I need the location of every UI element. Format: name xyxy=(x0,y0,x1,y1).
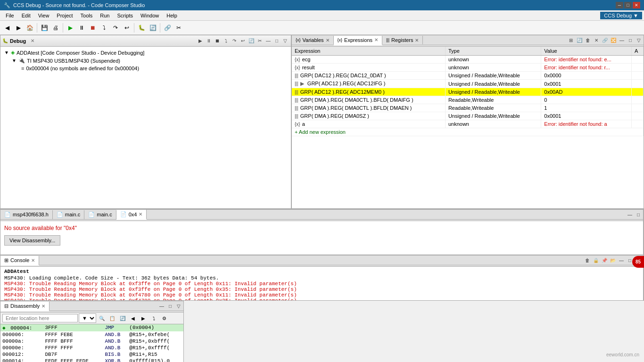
disasm-minimize[interactable]: — xyxy=(158,302,165,310)
disasm-refresh-btn[interactable]: 🔄 xyxy=(118,313,127,323)
expr-cell[interactable]: {x}a xyxy=(292,120,445,128)
toolbar-stop[interactable]: ⏹ xyxy=(88,23,98,33)
toolbar-back[interactable]: ◀ xyxy=(2,23,12,33)
console-clear-icon[interactable]: 🗑 xyxy=(584,256,591,264)
debug-stepover-icon[interactable]: ↷ xyxy=(231,37,238,45)
menu-run[interactable]: Run xyxy=(96,12,113,19)
expr-cell[interactable]: |||GRP( DMA ).REG( DMA0CTL ).BFLD( DMAEN… xyxy=(292,104,445,112)
expr-cell[interactable]: |||GRP( DMA ).REG( DMA0SZ ) xyxy=(292,112,445,120)
expressions-tab-close[interactable]: ✕ xyxy=(374,37,378,42)
debug-resume-icon[interactable]: ▶ xyxy=(197,37,204,45)
debug-pause-icon[interactable]: ⏸ xyxy=(205,37,213,45)
menu-tools[interactable]: Tools xyxy=(77,12,97,19)
ccs-debug-button[interactable]: CCS Debug ▼ xyxy=(600,12,642,19)
expr-cell[interactable]: |||GRP( DMA ).REG( DMA0CTL ).BFLD( DMAIF… xyxy=(292,96,445,104)
disasm-copy-btn[interactable]: 📋 xyxy=(107,313,117,323)
debug-reconnect-icon[interactable]: 🔄 xyxy=(248,37,255,45)
toolbar-step-return[interactable]: ↩ xyxy=(122,23,132,33)
source-minimize[interactable]: — xyxy=(626,211,634,218)
toolbar-step-over[interactable]: ↷ xyxy=(110,23,121,33)
tab-msp430-header[interactable]: 📄 msp430f6638.h xyxy=(0,210,53,219)
tab-main-c-1[interactable]: 📄 main.c xyxy=(53,210,84,219)
toolbar-fwd[interactable]: ▶ xyxy=(13,23,24,33)
add-expression-row[interactable]: + Add new expression xyxy=(292,128,644,136)
expr-cell[interactable]: {x}ecg xyxy=(292,56,445,64)
debug-stop-icon[interactable]: ⏹ xyxy=(214,37,221,45)
disasm-menu[interactable]: ▽ xyxy=(175,302,182,310)
expr-cell[interactable]: {x}result xyxy=(292,64,445,72)
disasm-step-btn[interactable]: ⤵ xyxy=(149,313,158,323)
vars-table-row: |||GRP( ADC12 ).REG( ADC12MEM0 )Unsigned… xyxy=(292,88,644,96)
tab-registers[interactable]: ||| Registers ✕ xyxy=(382,36,423,44)
disasm-location-input[interactable] xyxy=(2,314,78,322)
tab-expressions[interactable]: {x} Expressions ✕ xyxy=(334,36,382,45)
toolbar-connect[interactable]: 🔗 xyxy=(162,23,173,33)
tab-disassembly[interactable]: ⊟ Disassembly ✕ xyxy=(0,302,50,311)
tab-0x4[interactable]: 📄 0x4 ✕ xyxy=(116,210,147,220)
menu-file[interactable]: File xyxy=(2,12,18,19)
disasm-settings-btn[interactable]: ⚙ xyxy=(159,313,169,323)
0x4-tab-close[interactable]: ✕ xyxy=(139,212,142,217)
toolbar-print[interactable]: 🖨 xyxy=(50,23,61,33)
console-tab-close[interactable]: ✕ xyxy=(31,258,35,263)
variables-tab-close[interactable]: ✕ xyxy=(326,38,330,43)
tab-main-c-2[interactable]: 📄 main.c xyxy=(84,210,116,219)
console-minimize[interactable]: — xyxy=(618,256,625,264)
toolbar-refresh[interactable]: 🔄 xyxy=(148,23,158,33)
toolbar-debug[interactable]: ▶ xyxy=(65,23,75,33)
vars-col-icon[interactable]: ⊞ xyxy=(567,36,575,44)
expr-cell[interactable]: |||GRP( ADC12 ).REG( ADC12MEM0 ) xyxy=(292,88,445,96)
debug-tree-root[interactable]: ▼ ◈ ADDAtest [Code Composer Studio - Dev… xyxy=(2,49,289,57)
disasm-nav2-btn[interactable]: ▶ xyxy=(139,313,148,323)
debug-tree-frame[interactable]: ≡ 0x000004 (no symbols are defined for 0… xyxy=(2,65,289,72)
debug-stepinto-icon[interactable]: ⤵ xyxy=(222,37,230,45)
vars-minimize[interactable]: — xyxy=(618,36,626,44)
maximize-button[interactable]: □ xyxy=(624,2,632,8)
disasm-location-dropdown[interactable]: ▼ xyxy=(79,313,96,323)
expr-cell[interactable]: |||▶ GRP( ADC12 ).REG( ADC12IFG ) xyxy=(292,80,445,88)
debug-tree-device[interactable]: ▼ 🔌 TI MSP430 USB1/MSP430 (Suspended) xyxy=(2,57,289,65)
source-maximize[interactable]: □ xyxy=(635,211,642,218)
menu-help[interactable]: Help xyxy=(163,12,181,19)
toolbar-disconnect[interactable]: ✂ xyxy=(173,23,184,33)
debug-disconnect-icon[interactable]: ✂ xyxy=(256,37,264,45)
vars-menu[interactable]: ▽ xyxy=(635,36,643,44)
debug-menu-icon[interactable]: ▽ xyxy=(281,37,289,45)
vars-maximize[interactable]: □ xyxy=(627,36,634,44)
vars-refresh-icon[interactable]: 🔄 xyxy=(576,36,583,44)
close-button[interactable]: ✕ xyxy=(633,2,640,8)
view-disassembly-button[interactable]: View Disassembly... xyxy=(4,235,60,246)
toolbar-save[interactable]: 💾 xyxy=(39,23,50,33)
menu-scripts[interactable]: Scripts xyxy=(113,12,137,19)
toolbar-pause[interactable]: ⏸ xyxy=(76,23,87,33)
console-scroll-lock-icon[interactable]: 🔒 xyxy=(592,256,600,264)
vars-remove-icon[interactable]: ✕ xyxy=(593,36,600,44)
debug-stepreturn-icon[interactable]: ↩ xyxy=(239,37,247,45)
registers-tab-close[interactable]: ✕ xyxy=(415,38,419,43)
vars-delete-icon[interactable]: 🗑 xyxy=(584,36,592,44)
toolbar-home[interactable]: 🏠 xyxy=(25,23,35,33)
minimize-button[interactable]: ─ xyxy=(616,2,623,8)
add-expression-cell[interactable]: + Add new expression xyxy=(292,128,644,136)
menu-window[interactable]: Window xyxy=(137,12,163,19)
console-open-icon[interactable]: 📂 xyxy=(609,256,617,264)
toolbar-bug[interactable]: 🐛 xyxy=(136,23,147,33)
vars-unlink-icon[interactable]: 🔀 xyxy=(610,36,617,44)
tab-variables[interactable]: {x} Variables ✕ xyxy=(292,36,334,44)
disasm-nav1-btn[interactable]: ◀ xyxy=(128,313,138,323)
toolbar-step-into[interactable]: ⤵ xyxy=(99,23,109,33)
expand-icon[interactable]: ▶ xyxy=(300,81,305,86)
menu-edit[interactable]: Edit xyxy=(18,12,34,19)
tab-console[interactable]: ⊞ Console ✕ xyxy=(0,256,39,265)
expr-cell[interactable]: |||GRP( DAC12 ).REG( DAC12_0DAT ) xyxy=(292,72,445,80)
debug-maximize-icon[interactable]: □ xyxy=(273,37,281,45)
disasm-goto-btn[interactable]: 🔍 xyxy=(97,313,107,323)
disasm-tab-close[interactable]: ✕ xyxy=(41,304,45,309)
menu-view[interactable]: View xyxy=(34,12,53,19)
menu-project[interactable]: Project xyxy=(53,12,76,19)
vars-link-icon[interactable]: 🔗 xyxy=(601,36,609,44)
disasm-maximize[interactable]: □ xyxy=(166,302,174,310)
console-pin-icon[interactable]: 📌 xyxy=(601,256,608,264)
debug-minimize-icon[interactable]: — xyxy=(264,37,272,45)
red-badge[interactable]: 85 xyxy=(632,256,644,268)
